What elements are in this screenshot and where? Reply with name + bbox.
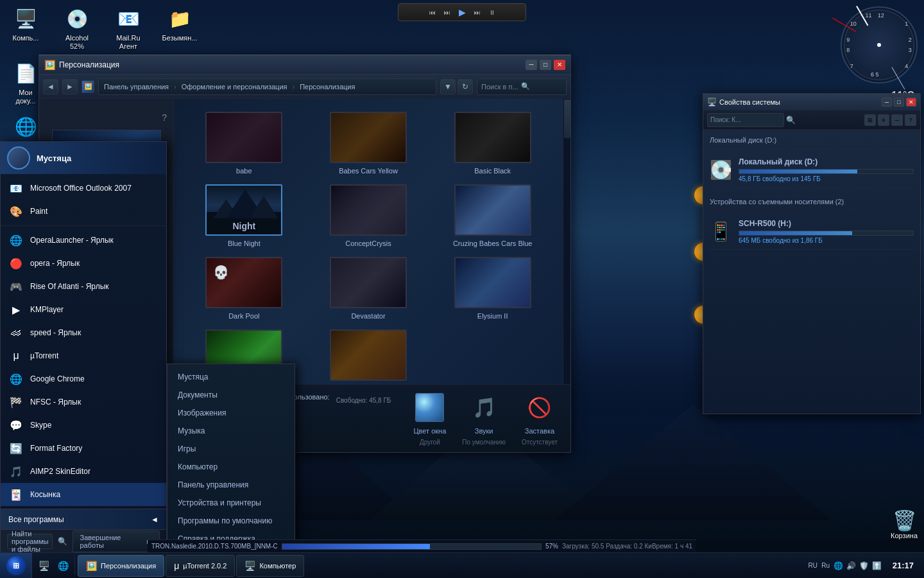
taskbar-clock[interactable]: 21:17	[887, 561, 919, 570]
tray-icon-volume[interactable]: 🔊	[846, 561, 857, 571]
tray-icon-update[interactable]: ⬆️	[872, 561, 882, 571]
start-item-skype[interactable]: 💬 Skype	[1, 414, 166, 437]
breadcrumb-personalization[interactable]: Персонализация	[300, 83, 355, 91]
start-item-kmplayer[interactable]: ▶ KMPlayer	[1, 298, 166, 321]
comp-minimize-btn[interactable]: ─	[882, 98, 892, 107]
nav-icon-btn[interactable]: 🖼️	[81, 80, 94, 93]
bottom-window-color[interactable]: Цвет окна Другой	[413, 391, 446, 446]
submenu-control-panel[interactable]: Панель управления	[167, 476, 295, 494]
opera-icon: 🔴	[8, 256, 24, 271]
comp-view-buttons: ⊞ ≡ ─ ?	[864, 114, 916, 126]
recycle-bin[interactable]: 🗑️ Корзина	[891, 509, 918, 539]
sch-r500-bar	[739, 231, 852, 235]
quick-launch-ie[interactable]: 🌐	[54, 557, 72, 575]
submenu-computer[interactable]: Компьютер	[167, 458, 295, 476]
theme-item-blue-night[interactable]: Night Blue Night	[187, 184, 302, 247]
window-close-btn[interactable]: ✕	[554, 60, 565, 70]
submenu-music[interactable]: Музыка	[167, 422, 295, 440]
taskbar-item-utorrent[interactable]: μ µTorrent 2.0.2	[166, 555, 235, 577]
nav-forward-btn[interactable]: ►	[62, 79, 78, 94]
start-item-office-outlook[interactable]: 📧 Microsoft Office Outlook 2007	[1, 177, 166, 200]
taskbar-item-computer[interactable]: 🖥️ Компьютер	[236, 555, 304, 577]
address-dropdown-btn[interactable]: ▼	[440, 79, 456, 94]
desktop-icon-mailru[interactable]: 📧 Mail.RuАгент	[106, 3, 151, 53]
tray-icon-ru[interactable]: RU	[808, 561, 818, 571]
start-item-rise-atlanti[interactable]: 🎮 Rise Of Atlanti - Ярлык	[1, 275, 166, 298]
start-item-opera[interactable]: 🔴 opera - Ярлык	[1, 252, 166, 275]
comp-view-btn-1[interactable]: ⊞	[864, 114, 876, 126]
breadcrumb-design[interactable]: Оформление и персонализация	[182, 83, 287, 91]
address-refresh-btn[interactable]: ↻	[458, 79, 473, 94]
desktop-icon-unnamed[interactable]: 📁 Безымян...	[157, 3, 202, 53]
submenu-mustache[interactable]: Мустяца	[167, 368, 295, 386]
comp-maximize-btn[interactable]: □	[894, 98, 904, 107]
shutdown-button[interactable]: Завершение работы ►	[73, 530, 160, 552]
submenu-devices[interactable]: Устройства и принтеры	[167, 494, 295, 512]
start-item-solitaire[interactable]: 🃏 Косынка	[1, 483, 166, 506]
media-prev-btn[interactable]: ⏮	[427, 8, 438, 17]
nav-back-btn[interactable]: ◄	[43, 79, 58, 94]
disk-d-info: Локальный диск (D:) 45,8 ГБ свободно из …	[739, 157, 914, 182]
tray-icon-network[interactable]: 🌐	[834, 561, 844, 571]
theme-item-elysium[interactable]: Elysium II	[435, 257, 550, 320]
media-play-btn[interactable]: ▶	[456, 6, 468, 19]
all-programs-bar[interactable]: Все программы ◄	[1, 509, 166, 529]
submenu-games[interactable]: Игры	[167, 440, 295, 458]
start-item-google-chrome[interactable]: 🌐 Google Chrome	[1, 367, 166, 390]
start-item-utorrent[interactable]: μ µTorrent	[1, 344, 166, 367]
theme-item-babe[interactable]: babe	[187, 112, 302, 175]
submenu-documents[interactable]: Документы	[167, 386, 295, 404]
start-item-opera-launcher[interactable]: 🌐 OperaLauncher - Ярлык	[1, 229, 166, 252]
start-search-text: Найти программы и файлы	[12, 530, 48, 553]
start-item-speed[interactable]: 🏎 speed - Ярлык	[1, 321, 166, 344]
themes-grid: babe Babes Cars Yellow Basic Black	[180, 105, 556, 384]
taskbar-item-personalization[interactable]: 🖼️ Персонализация	[78, 555, 164, 577]
quick-launch-show-desktop[interactable]: 🖥️	[35, 557, 53, 575]
theme-item-dark-pool[interactable]: 💀 Dark Pool	[187, 257, 302, 320]
theme-item-devastator[interactable]: Devastator	[311, 257, 426, 320]
media-pause-btn[interactable]: ⏸	[486, 8, 498, 17]
theme-item-babes-cars[interactable]: Babes Cars Yellow	[311, 112, 426, 175]
themes-scrollbar[interactable]	[563, 99, 570, 384]
start-item-paint[interactable]: 🎨 Paint	[1, 200, 166, 223]
comp-close-btn[interactable]: ✕	[906, 98, 916, 107]
scrollbar-thumb[interactable]	[564, 100, 570, 138]
theme-item-cruzing[interactable]: Cruzing Babes Cars Blue	[435, 184, 550, 247]
start-item-format-factory[interactable]: 🔄 Format Factory	[1, 437, 166, 460]
comp-view-btn-2[interactable]: ≡	[878, 114, 889, 126]
start-button[interactable]: ⊞	[0, 553, 32, 579]
tray-icon-lang[interactable]: Ru	[821, 561, 831, 571]
desktop-icon-alcohol[interactable]: 💿 Alcohol52%	[55, 3, 99, 53]
theme-item-concept-crysis[interactable]: ConceptCrysis	[311, 184, 426, 247]
help-icon[interactable]: ?	[162, 112, 167, 123]
theme-name-basic-black: Basic Black	[474, 167, 511, 175]
start-item-aimp2[interactable]: 🎵 AIMP2 SkinEditor	[1, 460, 166, 483]
bottom-screensaver[interactable]: 🚫 Заставка Отсутствует	[522, 391, 558, 446]
theme-item-basic-black[interactable]: Basic Black	[435, 112, 550, 175]
taskbar-computer-label: Компьютер	[259, 562, 296, 570]
comp-view-btn-3[interactable]: ─	[891, 114, 903, 126]
start-search-input[interactable]: Найти программы и файлы	[7, 534, 53, 549]
desktop: ⏮ ⏭ ▶ ⏭ ⏸ 🖥️ Компь... 💿 Alcohol52% 📧 Mai…	[0, 0, 924, 578]
theme-thumbnail-elysium	[454, 257, 531, 308]
theme-thumbnail-sunset	[330, 329, 407, 381]
media-forward-btn[interactable]: ⏭	[472, 8, 483, 17]
torrent-info: Загрузка: 50.5 Раздача: 0.2 КиВремя: 1 ч…	[562, 543, 692, 550]
theme-name-concept-crysis: ConceptCrysis	[345, 240, 391, 247]
theme-item-sunset[interactable]	[311, 329, 426, 384]
comp-help-btn[interactable]: ?	[905, 114, 916, 126]
window-minimize-btn[interactable]: ─	[526, 60, 537, 70]
taskbar-personalization-icon: 🖼️	[86, 561, 97, 571]
window-maximize-btn[interactable]: □	[540, 60, 551, 70]
breadcrumb-control-panel[interactable]: Панель управления	[104, 83, 169, 91]
submenu-default-programs[interactable]: Программы по умолчанию	[167, 512, 295, 530]
start-item-nfsc[interactable]: 🏁 NFSC - Ярлык	[1, 390, 166, 414]
window-color-sublabel: Другой	[420, 439, 440, 446]
comp-search-box[interactable]: Поиск: К...	[707, 113, 784, 127]
submenu-images[interactable]: Изображения	[167, 404, 295, 422]
tray-icon-shield[interactable]: 🛡️	[859, 561, 869, 571]
bottom-sounds[interactable]: 🎵 Звуки По умолчанию	[462, 391, 506, 446]
search-box[interactable]: Поиск в п... 🔍	[477, 78, 567, 95]
desktop-icon-computer[interactable]: 🖥️ Компь...	[3, 3, 48, 53]
media-rewind-btn[interactable]: ⏭	[441, 8, 453, 17]
